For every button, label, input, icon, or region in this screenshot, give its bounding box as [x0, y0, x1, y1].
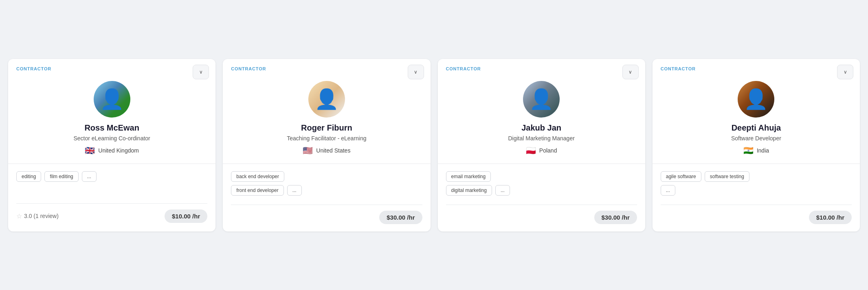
tag: software testing [705, 171, 749, 182]
flag-icon: 🇮🇳 [743, 146, 754, 155]
location: 🇺🇸 United States [303, 146, 350, 155]
price-badge: $10.00 /hr [165, 209, 207, 223]
tags-section: editingfilm editing... [16, 171, 207, 204]
tags-row-2: front end developer... [231, 185, 422, 196]
tags-section: email marketing digital marketing... [446, 171, 637, 205]
rating-value: 3.0 (1 review) [24, 213, 59, 219]
card-bottom: editingfilm editing... ☆ 3.0 (1 review) … [8, 164, 215, 230]
contractor-label: CONTRACTOR [446, 66, 481, 71]
dropdown-button[interactable]: ∨ [408, 65, 424, 79]
tags-section: back end developer front end developer..… [231, 171, 422, 205]
avatar [523, 81, 560, 118]
person-name: Deepti Ahuja [732, 123, 781, 133]
chevron-down-icon: ∨ [414, 69, 418, 75]
tag: ... [287, 185, 302, 196]
tags-section: agile softwaresoftware testing ... [661, 171, 852, 205]
flag-icon: 🇺🇸 [303, 146, 313, 155]
country-name: United Kingdom [98, 147, 139, 154]
dropdown-button[interactable]: ∨ [193, 65, 209, 79]
card-footer: $30.00 /hr [446, 211, 637, 224]
tag: film editing [44, 171, 78, 182]
tag: back end developer [231, 171, 284, 182]
tags-row-1: back end developer [231, 171, 422, 182]
tags-row-1: editingfilm editing... [16, 171, 207, 182]
avatar [738, 81, 774, 118]
tags-row-2: ... [661, 185, 852, 196]
card-ross: CONTRACTOR ∨ Ross McEwan Sector eLearnin… [8, 59, 215, 231]
person-title: Digital Marketing Manager [508, 135, 574, 142]
tag: digital marketing [446, 185, 492, 196]
card-footer: $10.00 /hr [661, 211, 852, 224]
card-jakub: CONTRACTOR ∨ Jakub Jan Digital Marketing… [438, 59, 645, 231]
location: 🇮🇳 India [743, 146, 769, 155]
person-title: Sector eLearning Co-ordinator [73, 135, 150, 142]
price-badge: $30.00 /hr [594, 211, 637, 224]
card-roger: CONTRACTOR ∨ Roger Fiburn Teaching Facil… [223, 59, 430, 231]
price-badge: $10.00 /hr [809, 211, 852, 224]
tag: ... [661, 185, 675, 196]
tag: ... [82, 171, 97, 182]
person-title: Teaching Facilitator - eLearning [287, 135, 366, 142]
tag: editing [16, 171, 41, 182]
location: 🇵🇱 Poland [526, 146, 557, 155]
card-top: CONTRACTOR ∨ Deepti Ahuja Software Devel… [653, 59, 860, 164]
card-top: CONTRACTOR ∨ Jakub Jan Digital Marketing… [438, 59, 645, 164]
person-title: Software Developer [731, 135, 781, 142]
chevron-down-icon: ∨ [628, 69, 632, 75]
tags-row-1: agile softwaresoftware testing [661, 171, 852, 182]
avatar-container [94, 81, 130, 118]
card-footer: $30.00 /hr [231, 211, 422, 224]
card-bottom: back end developer front end developer..… [223, 164, 430, 231]
card-bottom: email marketing digital marketing... $30… [438, 164, 645, 231]
dropdown-button[interactable]: ∨ [837, 65, 853, 79]
person-name: Roger Fiburn [301, 123, 352, 133]
avatar [308, 81, 345, 118]
chevron-down-icon: ∨ [844, 69, 847, 75]
location: 🇬🇧 United Kingdom [85, 146, 139, 155]
avatar-container [738, 81, 774, 118]
tag: ... [495, 185, 510, 196]
country-name: United States [316, 147, 350, 154]
contractor-label: CONTRACTOR [231, 66, 266, 71]
rating: ☆ 3.0 (1 review) [16, 212, 59, 220]
contractor-label: CONTRACTOR [661, 66, 696, 71]
person-name: Ross McEwan [84, 123, 139, 133]
country-name: Poland [539, 147, 557, 154]
tag: agile software [661, 171, 701, 182]
card-footer: ☆ 3.0 (1 review) $10.00 /hr [16, 209, 207, 223]
price-badge: $30.00 /hr [379, 211, 422, 224]
tags-row-2: digital marketing... [446, 185, 637, 196]
card-deepti: CONTRACTOR ∨ Deepti Ahuja Software Devel… [653, 59, 860, 231]
star-icon: ☆ [16, 212, 22, 220]
avatar [94, 81, 130, 118]
chevron-down-icon: ∨ [199, 69, 203, 75]
tag: front end developer [231, 185, 283, 196]
country-name: India [757, 147, 769, 154]
card-top: CONTRACTOR ∨ Roger Fiburn Teaching Facil… [223, 59, 430, 164]
card-bottom: agile softwaresoftware testing ... $10.0… [653, 164, 860, 231]
cards-container: CONTRACTOR ∨ Ross McEwan Sector eLearnin… [8, 59, 860, 231]
contractor-label: CONTRACTOR [16, 66, 51, 71]
card-top: CONTRACTOR ∨ Ross McEwan Sector eLearnin… [8, 59, 215, 164]
avatar-container [308, 81, 345, 118]
tag: email marketing [446, 171, 491, 182]
dropdown-button[interactable]: ∨ [622, 65, 639, 79]
person-name: Jakub Jan [521, 123, 561, 133]
flag-icon: 🇵🇱 [526, 146, 536, 155]
avatar-container [523, 81, 560, 118]
tags-row-1: email marketing [446, 171, 637, 182]
flag-icon: 🇬🇧 [85, 146, 95, 155]
